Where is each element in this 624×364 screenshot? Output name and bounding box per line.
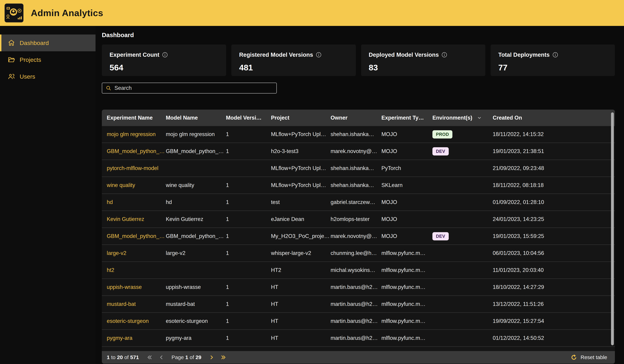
owner-cell: marek.novotny@… [331, 233, 381, 239]
stat-value: 481 [239, 63, 348, 72]
table-row: Kevin Gutierrez Kevin Gutierrez 1 eJanic… [102, 211, 615, 228]
experiment-name-link[interactable]: Kevin Gutierrez [107, 216, 144, 222]
pagination: 1 to 20 of 571 Page 1 of [107, 354, 226, 360]
project-cell: eJanice Dean [271, 216, 331, 222]
project-cell: MLflow+PyTorch Upl… [271, 131, 331, 137]
owner-cell: martin.barus@h2… [331, 335, 381, 341]
column-header-experiment-name[interactable]: Experiment Name [107, 115, 166, 121]
experiment-name-link[interactable]: GBM_model_python_… [107, 233, 165, 239]
created-on-cell: 18/10/2022, 14:27:29 [493, 284, 615, 290]
pagination-page-indicator: Page 1 of 29 [172, 354, 201, 360]
first-page-button[interactable] [147, 354, 153, 360]
experiment-name-link[interactable]: hd [107, 199, 113, 205]
model-name-cell: hd [166, 199, 226, 205]
experiment-name-link[interactable]: wine quality [107, 182, 135, 188]
experiment-name-link[interactable]: mustard-bat [107, 301, 136, 307]
owner-cell: martin.barus@h2… [331, 284, 381, 290]
model-version-cell: 1 [226, 284, 271, 290]
experiment-type-cell: mlflow.pyfunc.m… [381, 250, 432, 256]
analytics-logo-icon [4, 3, 24, 23]
main-content: Dashboard Experiment Count 564 Registere… [96, 26, 624, 364]
chevron-left-icon [159, 354, 165, 360]
model-version-cell: 1 [226, 131, 271, 137]
created-on-cell: 13/12/2022, 11:51:26 [493, 301, 615, 307]
experiment-name-link[interactable]: mojo glm regression [107, 131, 156, 137]
table-row: mojo glm regression mojo glm regression … [102, 126, 615, 143]
sidebar-item-users[interactable]: Users [0, 68, 96, 85]
column-header-experiment-type[interactable]: Experiment Ty… [381, 115, 432, 121]
created-on-cell: 01/12/2022, 14:50:52 [493, 335, 615, 341]
owner-cell: h2omlops-tester [331, 216, 381, 222]
experiment-name-link[interactable]: large-v2 [107, 250, 126, 256]
experiment-name-link[interactable]: esoteric-sturgeon [107, 318, 149, 324]
search-box [102, 83, 277, 93]
experiment-type-cell: MOJO [381, 131, 432, 137]
model-name-cell: mojo glm regression [166, 131, 226, 137]
experiment-type-cell: MOJO [381, 233, 432, 239]
experiment-type-cell: MOJO [381, 148, 432, 154]
search-icon [106, 85, 111, 91]
info-icon[interactable] [316, 52, 321, 58]
experiment-name-link[interactable]: pytorch-mlflow-model [107, 165, 158, 171]
table-row: esoteric-sturgeon esoteric-sturgeon 1 HT… [102, 313, 615, 330]
created-on-cell: 24/01/2023, 14:23:25 [493, 216, 615, 222]
environments-cell: PROD [432, 130, 493, 138]
column-header-model-name[interactable]: Model Name [166, 115, 226, 121]
stat-value: 83 [369, 63, 478, 72]
table-vertical-scrollbar[interactable] [611, 113, 614, 345]
double-chevron-left-icon [147, 354, 153, 360]
double-chevron-right-icon [220, 354, 226, 360]
owner-cell: shehan.ishanka… [331, 182, 381, 188]
experiment-type-cell: mlflow.pyfunc.m… [381, 267, 432, 273]
experiment-name-link[interactable]: uppish-wrasse [107, 284, 142, 290]
stat-label: Registered Model Versions [239, 51, 313, 58]
model-version-cell: 1 [226, 318, 271, 324]
experiment-type-cell: SKLearn [381, 182, 432, 188]
owner-cell: shehan.ishanka… [331, 131, 381, 137]
sidebar-item-dashboard[interactable]: Dashboard [0, 34, 96, 51]
experiment-name-link[interactable]: ht2 [107, 267, 114, 273]
stat-value: 77 [498, 63, 607, 72]
created-on-cell: 19/01/2023, 15:59:25 [493, 233, 615, 239]
search-input[interactable] [114, 85, 273, 91]
column-header-model-version[interactable]: Model Versi… [226, 115, 271, 121]
next-page-button[interactable] [208, 354, 214, 360]
refresh-icon [571, 354, 577, 361]
experiments-table: Experiment Name Model Name Model Versi… … [102, 110, 615, 364]
created-on-cell: 21/09/2022, 09:23:48 [493, 165, 615, 171]
model-version-cell: 1 [226, 335, 271, 341]
sidebar-item-label: Projects [20, 56, 41, 63]
chevron-down-icon [477, 115, 482, 120]
stat-label: Experiment Count [109, 51, 159, 58]
info-icon[interactable] [552, 52, 558, 58]
experiment-name-link[interactable]: GBM_model_python_… [107, 148, 165, 154]
project-cell: HT [271, 301, 331, 307]
stat-card-registered-model-versions: Registered Model Versions 481 [231, 45, 356, 76]
column-header-created-on[interactable]: Created On [493, 115, 615, 121]
project-cell: HT [271, 284, 331, 290]
last-page-button[interactable] [220, 354, 226, 360]
table-row: mustard-bat mustard-bat 1 HT martin.baru… [102, 296, 615, 313]
info-icon[interactable] [162, 52, 168, 58]
previous-page-button[interactable] [159, 354, 165, 360]
experiment-name-link[interactable]: pygmy-ara [107, 335, 132, 341]
project-cell: h2o-3-test3 [271, 148, 331, 154]
environment-badge: DEV [432, 232, 449, 240]
column-header-environments[interactable]: Environment(s) [432, 115, 493, 121]
table-row: large-v2 large-v2 1 whisper-large-v2 chu… [102, 245, 615, 262]
project-cell: MLflow+PyTorch Upl… [271, 165, 331, 171]
model-name-cell: esoteric-sturgeon [166, 318, 226, 324]
owner-cell: chunming.lee@h… [331, 250, 381, 256]
created-on-cell: 06/01/2023, 10:04:56 [493, 250, 615, 256]
owner-cell: martin.barus@h2… [331, 318, 381, 324]
column-header-project[interactable]: Project [271, 115, 331, 121]
stat-value: 564 [109, 63, 218, 72]
reset-table-button[interactable]: Reset table [571, 354, 607, 361]
stat-card-deployed-model-versions: Deployed Model Versions 83 [361, 45, 485, 76]
info-icon[interactable] [442, 52, 447, 58]
project-cell: HT [271, 318, 331, 324]
model-name-cell: pygmy-ara [166, 335, 226, 341]
model-version-cell: 1 [226, 250, 271, 256]
column-header-owner[interactable]: Owner [331, 115, 381, 121]
sidebar-item-projects[interactable]: Projects [0, 51, 96, 68]
